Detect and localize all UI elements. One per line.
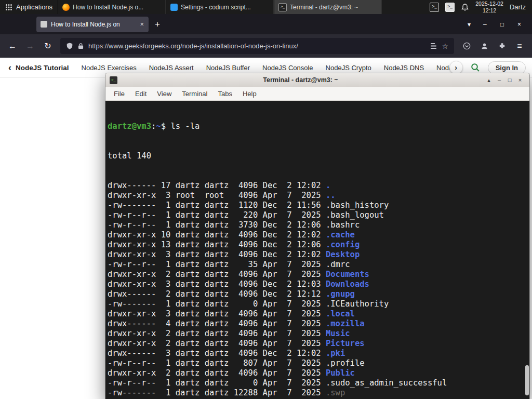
list-all-tabs-button[interactable]: ▾: [462, 21, 476, 28]
applications-grid-icon: [5, 4, 12, 11]
terminal-line: drwxr-xr-x 2 dartz dartz 4096 Apr 7 2025…: [108, 339, 524, 349]
file-name: .sudo_as_admin_successful: [326, 378, 447, 388]
terminal-menu-terminal[interactable]: Terminal: [177, 90, 212, 98]
terminal-line: -rw-r--r-- 1 dartz dartz 807 Apr 7 2025 …: [108, 358, 524, 368]
terminal-menu-tabs[interactable]: Tabs: [212, 90, 237, 98]
terminal-line: drwxr-xr-x 3 dartz dartz 4096 Dec 2 12:0…: [108, 280, 524, 289]
terminal-window-icon: >_: [110, 76, 117, 84]
terminal-menu-help[interactable]: Help: [237, 90, 262, 98]
reader-view-icon[interactable]: [430, 43, 437, 49]
terminal-line: drwxr-xr-x 10 dartz dartz 4096 Dec 2 12:…: [108, 230, 524, 240]
new-tab-button[interactable]: +: [155, 19, 160, 30]
file-name: .bash_logout: [326, 210, 384, 220]
file-name: .bash_history: [326, 201, 389, 210]
site-nav-link[interactable]: NodeJS DNS: [384, 64, 424, 72]
file-name: Desktop: [326, 250, 360, 259]
site-nav-link[interactable]: NodeJS Console: [262, 64, 313, 72]
bookmark-star-icon[interactable]: ☆: [442, 42, 448, 50]
window-maximize-button[interactable]: □: [494, 21, 511, 28]
file-name: Music: [326, 329, 350, 338]
account-icon[interactable]: [476, 38, 493, 54]
taskbar-window-settings[interactable]: Settings - codium script...: [166, 0, 274, 14]
terminal-window-controls: ▴ – □ ×: [484, 77, 525, 84]
terminal-minimize-button[interactable]: –: [494, 77, 504, 83]
file-name: Public: [326, 368, 355, 378]
sign-in-button[interactable]: Sign In: [488, 61, 526, 74]
taskbar-window-terminal[interactable]: >_ Terminal - dartz@vm3: ~: [274, 0, 382, 14]
pocket-icon[interactable]: [458, 38, 475, 54]
clock-date: 2025-12-02: [475, 1, 503, 7]
menu-hamburger-icon[interactable]: ≡: [511, 38, 528, 54]
url-bar[interactable]: https://www.geeksforgeeks.org/node-js/in…: [60, 38, 454, 54]
terminal-line: drwxr-xr-x 3 dartz dartz 4096 Dec 2 12:0…: [108, 250, 524, 260]
terminal-window-title: Terminal - dartz@vm3: ~: [122, 76, 480, 84]
prompt-command: ls -la: [170, 122, 200, 131]
terminal-line: drwx------ 3 dartz dartz 4096 Dec 2 12:0…: [108, 349, 524, 358]
file-name: .profile: [326, 358, 365, 368]
terminal-menu-file[interactable]: File: [109, 90, 130, 98]
site-nav-link[interactable]: NodeJS Crypto: [326, 64, 371, 72]
notifications-bell-icon[interactable]: [461, 3, 469, 11]
top-panel: Applications How to Install Node.js o...…: [0, 0, 532, 14]
file-name: .mozilla: [326, 319, 365, 328]
site-nav-link[interactable]: NodeJS Exercises: [82, 64, 137, 72]
system-tray: >_ >_ 2025-12-02 12:12 Dartz: [424, 0, 532, 14]
terminal-menubar: FileEditViewTerminalTabsHelp: [105, 87, 529, 101]
file-name: Documents: [326, 270, 369, 279]
site-nav-items: NodeJS ExercisesNodeJS AssertNodeJS Buff…: [75, 64, 459, 72]
tray-terminal-icon[interactable]: >_: [430, 3, 439, 12]
firefox-icon: [62, 4, 70, 11]
tray-window-icon[interactable]: >_: [445, 3, 455, 12]
tab-title: How to Install Node.js on: [51, 21, 136, 28]
terminal-line: drwx------ 17 dartz dartz 4096 Dec 2 12:…: [108, 181, 524, 191]
terminal-menu-view[interactable]: View: [152, 90, 177, 98]
file-name: .config: [326, 240, 360, 249]
taskbar-title-terminal: Terminal - dartz@vm3: ~: [290, 4, 358, 11]
terminal-shade-button[interactable]: ▴: [484, 77, 494, 84]
terminal-maximize-button[interactable]: □: [504, 77, 515, 83]
tab-close-button[interactable]: ×: [139, 20, 144, 28]
browser-tab[interactable]: How to Install Node.js on ×: [36, 17, 149, 32]
file-name: .gnupg: [326, 289, 355, 299]
shield-icon[interactable]: [66, 42, 73, 50]
site-search-icon[interactable]: [471, 63, 480, 72]
url-text[interactable]: https://www.geeksforgeeks.org/node-js/in…: [88, 42, 425, 50]
taskbar-window-firefox[interactable]: How to Install Node.js o...: [58, 0, 166, 14]
window-minimize-button[interactable]: –: [476, 21, 494, 28]
file-name: .swp: [326, 388, 345, 397]
prompt-user: dartz@vm3: [108, 122, 151, 131]
extensions-icon[interactable]: [494, 38, 510, 54]
site-nav-link[interactable]: NodeJS Buffer: [206, 64, 250, 72]
panel-clock[interactable]: 2025-12-02 12:12: [475, 1, 503, 14]
terminal-line: drwx------ 4 dartz dartz 4096 Apr 7 2025…: [108, 319, 524, 329]
site-nav-primary-link[interactable]: NodeJS Tutorial: [16, 64, 69, 72]
prompt-colon: :: [151, 122, 156, 131]
terminal-line: -rw------- 1 dartz dartz 1120 Dec 2 11:5…: [108, 201, 524, 210]
terminal-titlebar[interactable]: >_ Terminal - dartz@vm3: ~ ▴ – □ ×: [105, 73, 529, 87]
terminal-close-button[interactable]: ×: [515, 77, 525, 83]
window-close-button[interactable]: ×: [511, 21, 528, 28]
taskbar: How to Install Node.js o... Settings - c…: [58, 0, 382, 14]
terminal-line: drwxr-xr-x 2 dartz dartz 4096 Apr 7 2025…: [108, 270, 524, 280]
file-name: ..: [326, 191, 336, 200]
terminal-menu-edit[interactable]: Edit: [130, 90, 152, 98]
lock-icon[interactable]: [78, 43, 84, 49]
scrollbar-thumb[interactable]: [525, 365, 529, 395]
applications-menu-button[interactable]: Applications: [0, 0, 58, 14]
terminal-line: drwxr-xr-x 3 dartz dartz 4096 Apr 7 2025…: [108, 309, 524, 319]
forward-button[interactable]: →: [22, 38, 38, 54]
terminal-output[interactable]: dartz@vm3:~$ ls -la total 140 drwx------…: [105, 101, 529, 399]
prompt-dollar: $: [161, 122, 166, 131]
terminal-line: -rw-r--r-- 1 dartz dartz 220 Apr 7 2025 …: [108, 210, 524, 220]
back-button[interactable]: ←: [4, 38, 21, 54]
site-nav-link[interactable]: NodeJS Assert: [149, 64, 194, 72]
reload-button[interactable]: ↻: [39, 38, 56, 54]
terminal-line: -rw-r--r-- 1 dartz dartz 35 Apr 7 2025 .…: [108, 260, 524, 270]
file-name: .local: [326, 309, 355, 318]
terminal-scrollbar[interactable]: [525, 102, 529, 398]
terminal-line: drwxr-xr-x 2 dartz dartz 4096 Apr 7 2025…: [108, 368, 524, 378]
taskbar-title-settings: Settings - codium script...: [181, 4, 251, 11]
nav-scroll-left-icon[interactable]: ‹: [6, 62, 14, 73]
terminal-line: -rw-r--r-- 1 dartz dartz 3730 Dec 2 12:0…: [108, 220, 524, 230]
terminal-line: drwxr-xr-x 3 root root 4096 Apr 7 2025 .…: [108, 191, 524, 201]
